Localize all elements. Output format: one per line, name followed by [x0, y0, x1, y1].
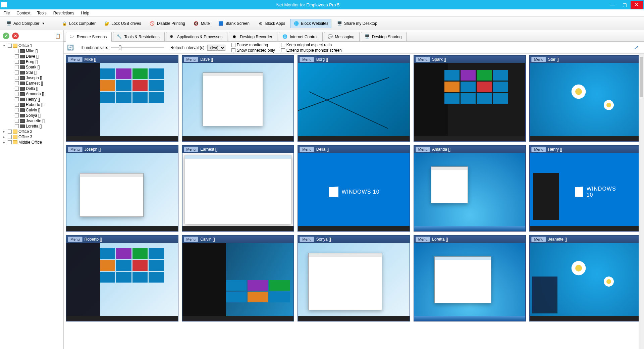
tree-client[interactable]: Joseph [] — [1, 75, 63, 81]
disable-printing-button[interactable]: 🚫 Disable Printing — [146, 19, 188, 28]
tree-client[interactable]: Dave [] — [1, 54, 63, 59]
close-button[interactable]: ✕ — [631, 1, 643, 9]
tile-menu-button[interactable]: Menu — [300, 237, 314, 242]
tree-client[interactable]: Sonya [] — [1, 113, 63, 118]
tile-menu-button[interactable]: Menu — [416, 147, 430, 152]
checkbox[interactable] — [15, 49, 19, 53]
tree-client[interactable]: Earnest [] — [1, 81, 63, 86]
keep-aspect-checkbox[interactable]: Keep original aspect ratio — [281, 43, 342, 47]
tile-menu-button[interactable]: Menu — [531, 237, 546, 242]
checkbox[interactable] — [15, 119, 19, 123]
tile-menu-button[interactable]: Menu — [300, 147, 314, 152]
thumbnail-tile[interactable]: Menu Sonya [] — [298, 235, 410, 321]
tree-client[interactable]: Star [] — [1, 70, 63, 75]
show-connected-checkbox[interactable]: Show connected only — [231, 48, 275, 53]
expander-icon[interactable]: ▾ — [3, 44, 7, 47]
tree-client[interactable]: Roberto [] — [1, 102, 63, 107]
checkbox[interactable] — [8, 135, 12, 139]
checkbox[interactable] — [15, 108, 19, 112]
thumbnail-tile[interactable]: Menu Mike [] — [66, 55, 178, 142]
expander-icon[interactable]: ▸ — [3, 141, 7, 144]
refresh-list-icon[interactable]: 📋 — [55, 33, 61, 39]
checkbox[interactable] — [15, 70, 19, 74]
tile-menu-button[interactable]: Menu — [416, 57, 430, 62]
tree-client[interactable]: Amanda [] — [1, 91, 63, 97]
slider-thumb[interactable] — [119, 45, 121, 50]
share-desktop-button[interactable]: 🖥️ Share my Desktop — [333, 19, 380, 28]
thumbnail-tile[interactable]: Menu Roberto [] — [66, 235, 178, 321]
expander-icon[interactable]: ▸ — [3, 130, 7, 133]
tree-client[interactable]: Henry [] — [1, 97, 63, 102]
tree-client[interactable]: Borg [] — [1, 59, 63, 64]
maximize-button[interactable]: ▢ — [619, 1, 631, 9]
tree-client[interactable]: Loretta [] — [1, 123, 63, 129]
thumbnail-tile[interactable]: Menu Loretta [] — [414, 235, 526, 321]
menu-context[interactable]: Context — [15, 10, 32, 16]
tab-desktop-recorder[interactable]: ⏺Desktop Recorder — [229, 32, 277, 41]
tile-menu-button[interactable]: Menu — [416, 237, 430, 242]
checkbox[interactable] — [15, 124, 19, 128]
vertical-scrollbar[interactable] — [639, 54, 644, 349]
thumbnail-tile[interactable]: Menu Star [] — [529, 55, 642, 142]
thumbnail-tile[interactable]: Menu Amanda [] — [414, 145, 526, 232]
expander-icon[interactable]: ▸ — [3, 135, 7, 139]
lock-usb-button[interactable]: 🔐 Lock USB drives — [101, 19, 144, 28]
thumbnail-tile[interactable]: Menu Della [] WINDOWS 10 — [298, 145, 410, 232]
tree-client[interactable]: Della [] — [1, 86, 63, 91]
blank-screen-button[interactable]: 🟦 Blank Screen — [215, 19, 252, 28]
tile-menu-button[interactable]: Menu — [68, 237, 83, 242]
thumbnail-tile[interactable]: Menu Calvin [] — [182, 235, 294, 321]
lock-computer-button[interactable]: 🔒 Lock computer — [58, 19, 99, 28]
tree-middle-office[interactable]: ▸ Middle Office — [1, 140, 63, 145]
thumbnail-tile[interactable]: Menu Borg [] — [298, 55, 410, 142]
block-apps-button[interactable]: ⊘ Block Apps — [255, 19, 288, 28]
tree-client[interactable]: Jeanette [] — [1, 118, 63, 123]
block-websites-button[interactable]: 🌐 Block Websites — [290, 19, 331, 28]
reject-icon[interactable]: ✕ — [12, 33, 19, 39]
tile-menu-button[interactable]: Menu — [68, 57, 83, 62]
checkbox[interactable] — [15, 76, 19, 80]
mute-button[interactable]: 🔇 Mute — [190, 19, 213, 28]
scrollbar-thumb[interactable] — [640, 57, 643, 97]
checkbox[interactable] — [15, 103, 19, 107]
thumbnail-size-slider[interactable] — [111, 47, 164, 48]
computer-tree[interactable]: ▾ Office 1 Mike [] Dave [] Borg [] Spark… — [0, 42, 63, 349]
thumbnail-tile[interactable]: Menu Jeanette [] — [529, 235, 642, 321]
tile-menu-button[interactable]: Menu — [531, 57, 546, 62]
refresh-thumbnails-icon[interactable]: 🔄 — [67, 44, 74, 51]
tab-tools-restrictions[interactable]: 🔧Tools & Restrictions — [113, 32, 164, 41]
tree-office1[interactable]: ▾ Office 1 — [1, 43, 63, 48]
tree-client[interactable]: Calvin [] — [1, 107, 63, 113]
refresh-interval-select[interactable]: (live) — [207, 45, 225, 51]
fullscreen-icon[interactable]: ⤢ — [634, 44, 640, 50]
tab-desktop-sharing[interactable]: 🖥️Desktop Sharing — [361, 32, 407, 41]
tree-office2[interactable]: ▸ Office 2 — [1, 129, 63, 134]
menu-file[interactable]: File — [2, 10, 11, 16]
menu-help[interactable]: Help — [79, 10, 91, 16]
checkbox[interactable] — [8, 44, 12, 48]
checkbox[interactable] — [15, 113, 19, 117]
checkbox[interactable] — [15, 87, 19, 91]
checkbox[interactable] — [15, 97, 19, 101]
thumbnail-tile[interactable]: Menu Spark [] — [414, 55, 526, 142]
tile-menu-button[interactable]: Menu — [68, 147, 83, 152]
minimize-button[interactable]: — — [606, 1, 619, 9]
tree-office3[interactable]: ▸ Office 3 — [1, 134, 63, 140]
tree-client[interactable]: Spark [] — [1, 64, 63, 70]
thumbnail-tile[interactable]: Menu Joseph [] — [66, 145, 178, 232]
tab-apps-processes[interactable]: ⚙Applications & Processes — [166, 32, 227, 41]
tile-menu-button[interactable]: Menu — [184, 57, 199, 62]
menu-restrictions[interactable]: Restrictions — [52, 10, 76, 16]
tile-menu-button[interactable]: Menu — [184, 237, 199, 242]
tree-client[interactable]: Mike [] — [1, 48, 63, 54]
tab-remote-screens[interactable]: 🖵Remote Screens — [66, 32, 112, 42]
checkbox[interactable] — [15, 81, 19, 85]
thumbnail-tile[interactable]: Menu Dave [] — [182, 55, 294, 142]
checkbox[interactable] — [15, 92, 19, 96]
tile-menu-button[interactable]: Menu — [531, 147, 546, 152]
add-computer-button[interactable]: 🖥️ Add Computer ▼ — [3, 19, 48, 28]
checkbox[interactable] — [15, 65, 19, 69]
tile-menu-button[interactable]: Menu — [300, 57, 314, 62]
menu-tools[interactable]: Tools — [36, 10, 48, 16]
checkbox[interactable] — [8, 130, 12, 134]
